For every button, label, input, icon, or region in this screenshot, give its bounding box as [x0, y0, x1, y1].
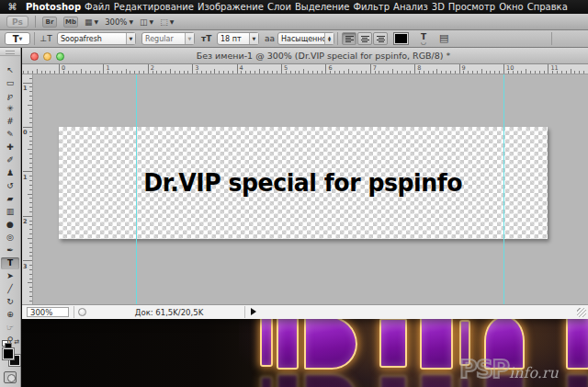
canvas-area[interactable]: Dr.VIP special for pspinfo	[33, 74, 588, 304]
tool-gradient[interactable]: ▥	[1, 206, 19, 218]
menu-изображение[interactable]: Изображение	[196, 0, 266, 14]
text-orientation-toggle[interactable]: ⊥T	[39, 32, 53, 45]
tool-3d-orbit[interactable]: ⊕	[1, 309, 19, 321]
tool-type[interactable]: T	[1, 257, 19, 269]
tool-eyedropper[interactable]: ✎	[1, 129, 19, 141]
updown-arrows-icon: ▲▼	[324, 33, 334, 44]
horizontal-ruler[interactable]: 01234567891011	[22, 64, 588, 74]
apple-icon[interactable]: ⌘	[7, 2, 17, 12]
view-extras-dropdown[interactable]: ▦ ▼	[85, 17, 98, 27]
minimize-button[interactable]	[43, 52, 51, 61]
zoom-level-dropdown[interactable]: 300% ▼	[105, 17, 133, 27]
menu-photoshop[interactable]: Photoshop	[24, 0, 83, 14]
document-title-bar[interactable]: Без имени-1 @ 300% (Dr.VIP special for p…	[22, 48, 588, 64]
font-style-select[interactable]: Regular ▼	[141, 32, 195, 45]
alignment-group	[342, 32, 388, 45]
window-resize-grip[interactable]	[577, 308, 586, 317]
watermark-inforu: info.ru	[509, 364, 559, 381]
tool-preset-picker[interactable]: T▼	[5, 32, 30, 45]
font-size-select[interactable]: 18 пт ▼	[217, 32, 259, 45]
view-extras-icon: ▦	[85, 17, 93, 27]
warp-text-button[interactable]: T◡	[416, 32, 431, 45]
menu-просмотр[interactable]: Просмотр	[447, 0, 497, 14]
status-flyout-arrow[interactable]	[251, 308, 256, 315]
menu-выделение[interactable]: Выделение	[293, 0, 352, 14]
glow-letter	[277, 319, 299, 370]
guide-line[interactable]	[503, 74, 504, 304]
menu-слои[interactable]: Слои	[266, 0, 293, 14]
glow-letter	[566, 319, 588, 370]
tool-hand[interactable]: ☞	[1, 322, 19, 334]
align-right-button[interactable]	[373, 32, 388, 45]
menu-файл[interactable]: Файл	[83, 0, 112, 14]
align-left-button[interactable]	[342, 32, 356, 45]
menu-фильтр[interactable]: Фильтр	[351, 0, 391, 14]
default-colors-icon[interactable]	[2, 340, 8, 347]
font-family-select[interactable]: Soopafresh ▼	[57, 32, 136, 45]
guide-line[interactable]	[136, 74, 137, 304]
tool-path-selection[interactable]: ➤	[1, 270, 19, 282]
menu-редактирование[interactable]: Редактирование	[112, 0, 196, 14]
vertical-ruler[interactable]: 101234	[22, 74, 33, 304]
tool-move[interactable]: ↖	[1, 64, 19, 76]
menu-окно[interactable]: Окно	[497, 0, 526, 14]
tool-eraser[interactable]: ▰	[1, 193, 19, 205]
tool-blur[interactable]: ●	[1, 219, 19, 231]
divider	[551, 32, 552, 45]
glow-letter	[566, 373, 588, 387]
color-controls: ⇄	[2, 340, 19, 368]
chevron-down-icon: ▼	[95, 18, 99, 25]
foreground-color-swatch[interactable]	[3, 348, 14, 359]
tool-brush[interactable]: ✐	[1, 154, 19, 166]
tool-palette: ↖▭℘✳#✎✚✐♟↺▰▥●◎✒T➤╱↻⊕☞⚲ ⇄	[0, 48, 21, 387]
tool-quick-selection[interactable]: ✳	[1, 103, 19, 115]
glow-letter	[420, 373, 453, 387]
chevron-down-icon: ▼	[185, 33, 194, 44]
swap-colors-icon[interactable]: ⇄	[14, 338, 19, 346]
menu-bar: ⌘ PhotoshopФайлРедактированиеИзображение…	[0, 0, 588, 14]
chevron-down-icon: ▼	[150, 18, 154, 25]
menu-3d[interactable]: 3D	[430, 0, 447, 14]
divider	[337, 32, 338, 45]
glow-letter	[304, 319, 357, 370]
tool-dodge[interactable]: ◎	[1, 232, 19, 244]
tool-pen[interactable]: ✒	[1, 245, 19, 256]
glow-letter	[260, 376, 273, 387]
arrange-documents-icon: ◫	[140, 17, 148, 27]
tool-3d-rotate[interactable]: ↻	[1, 296, 19, 308]
status-bar: 300% Док: 61,5K/20,5K	[22, 304, 588, 319]
canvas-text-layer[interactable]: Dr.VIP special for pspinfo	[144, 169, 463, 197]
screen: ⌘ PhotoshopФайлРедактированиеИзображение…	[0, 0, 588, 387]
tool-clone-stamp[interactable]: ♟	[1, 167, 19, 179]
toggle-panels-button[interactable]: ▤	[439, 32, 448, 45]
tool-history-brush[interactable]: ↺	[1, 180, 19, 192]
glow-letter	[277, 373, 299, 387]
tool-crop[interactable]: #	[1, 116, 19, 128]
menu-справка[interactable]: Справка	[526, 0, 570, 14]
font-size-value: 18 пт	[218, 35, 249, 43]
palette-grip[interactable]	[0, 48, 20, 56]
tool-lasso[interactable]: ℘	[1, 90, 19, 102]
arrange-documents-dropdown[interactable]: ◫ ▼	[140, 17, 153, 27]
status-zoom-field[interactable]: 300%	[27, 307, 69, 317]
document-canvas[interactable]: Dr.VIP special for pspinfo	[59, 127, 548, 239]
glow-letter	[304, 373, 357, 387]
screen-mode-dropdown[interactable]: ⬚ ▼	[160, 17, 174, 27]
glow-letter	[260, 319, 273, 367]
screen-mode-icon: ⬚	[160, 17, 168, 27]
tool-line[interactable]: ╱	[1, 283, 19, 295]
tool-healing-brush[interactable]: ✚	[1, 142, 19, 154]
font-size-icon: тТ	[201, 32, 211, 45]
zoom-button[interactable]	[56, 52, 64, 61]
tool-marquee[interactable]: ▭	[1, 77, 19, 89]
bridge-button[interactable]: Br	[42, 17, 57, 28]
quick-mask-button[interactable]	[4, 371, 17, 383]
minibridge-button[interactable]: Mb	[63, 17, 78, 28]
menu-items: PhotoshopФайлРедактированиеИзображениеСл…	[24, 0, 570, 14]
align-center-button[interactable]	[357, 32, 372, 45]
text-color-swatch[interactable]	[393, 32, 409, 45]
application-bar: Ps Br Mb ▦ ▼ 300% ▼ ◫ ▼ ⬚ ▼	[0, 14, 588, 30]
menu-анализ[interactable]: Анализ	[391, 0, 430, 14]
close-button[interactable]	[30, 52, 39, 61]
anti-alias-select[interactable]: Насыщенное ▲▼	[277, 32, 334, 45]
